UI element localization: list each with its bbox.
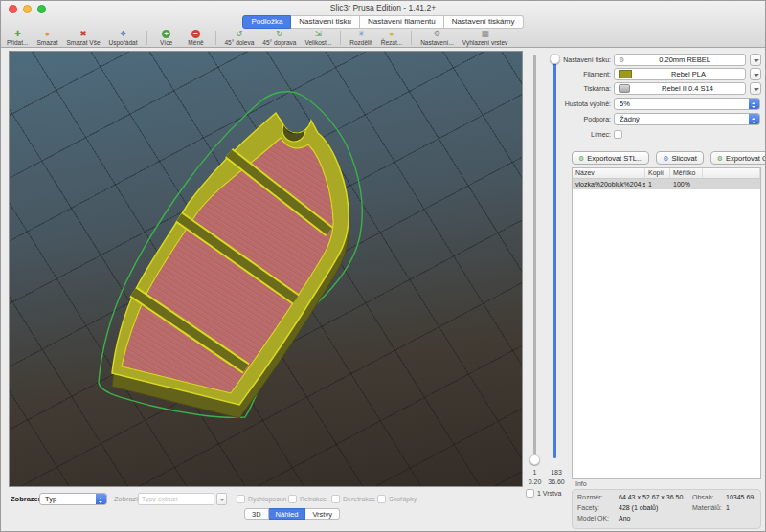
infill-density-select[interactable]: 5% [614,98,760,110]
gear-icon: ⚙ [717,155,723,162]
toolbar-separator [340,31,341,45]
toolbar-rotate-left-button[interactable]: ↺ 45° doleva [225,30,255,46]
cut-icon: ● [389,30,394,38]
toolbar-delete-button[interactable]: ● Smazat [36,30,57,46]
toolbar-layer-smoothing-button[interactable]: ▦ Vyhlazení vrstev [462,30,507,46]
model-corner-notch [282,119,305,142]
toolbar-delete-all-button[interactable]: ✖ Smazat Vše [66,30,100,46]
column-extra [703,168,760,178]
materials-label: Materiálů: [692,504,722,511]
toolbar-settings-button[interactable]: ⚙ Nastavení... [420,30,454,46]
checkbox-icon [237,495,245,503]
filament-label: Filament: [583,68,611,80]
popup-arrows-icon [96,494,106,504]
size-label: Rozměr: [577,494,602,500]
toolbar-add-button[interactable]: ✚ Přidat... [7,30,28,46]
add-icon: ✚ [14,30,21,38]
view-mode-segmented-control: 3D Náhled Vrstvy [244,508,340,520]
export-stl-button[interactable]: ⚙ Exportovat STL... [572,151,649,165]
unretractions-checkbox[interactable]: Deretrakce [331,493,375,505]
layer-slider-min-track[interactable] [533,55,536,462]
gear-icon: ⚙ [663,155,668,162]
column-copies[interactable]: Kopií [645,168,670,178]
shells-checkbox[interactable]: Skořápky [377,493,417,505]
facets-value: 428 (1 obalů) [619,504,658,511]
slice-button[interactable]: ⚙ Slicovat [656,151,704,165]
layer-slider-max-track[interactable] [553,58,556,458]
toolbar-separator [146,31,147,45]
volume-label: Obsah: [692,494,714,500]
column-scale[interactable]: Měřítko [670,168,703,178]
object-copies-cell: 1 [645,179,670,189]
print-settings-chevron-button[interactable] [750,54,761,66]
tab-nastaveni-tisku[interactable]: Nastavení tisku [291,15,360,29]
toolbar-cut-button[interactable]: ● Řezat... [381,30,402,46]
layer-slider-max-handle[interactable] [550,54,560,64]
layer-slider-gutter: 1 183 0.20 36.60 1 Vrstva [524,51,571,502]
viewport-3d-canvas[interactable] [9,51,523,487]
column-name[interactable]: Název [573,168,645,178]
tab-nastaveni-tiskarny[interactable]: Nastavení tiskárny [444,15,524,29]
layer-max-value: 183 [544,469,569,476]
window-title: Slic3r Prusa Edition - 1.41.2+ [1,3,765,12]
split-icon: ✳ [357,30,364,38]
filament-chevron-button[interactable] [750,68,761,80]
toolbar-separator [411,31,412,45]
export-gcode-button[interactable]: ⚙ Exportovat G-kód... [710,151,766,165]
toolbar-separator [215,31,216,45]
scale-icon: ⇲ [315,30,322,38]
checkbox-icon [331,495,340,503]
layer-max-z: 36.60 [544,478,569,485]
object-name-cell: vlozka%20obluk%204.stl [573,179,645,189]
support-label: Podpora: [584,113,611,125]
mode-3d-button[interactable]: 3D [244,508,269,520]
toolbar-rotate-right-button[interactable]: ↻ 45° doprava [262,30,296,46]
printer-combo[interactable]: Rebel II 0.4 S14 [614,82,746,95]
filament-swatch-icon [619,70,632,78]
arrange-icon: ❖ [120,30,127,38]
toolbar-scale-button[interactable]: ⇲ Velikost... [304,30,331,46]
table-header: Název Kopií Měřítko [573,168,760,179]
show-label: Zobrazit [114,493,140,505]
toolbar-more-button[interactable]: + Více [156,30,177,46]
fewer-icon: − [192,30,200,38]
popup-arrows-icon [749,99,759,109]
gear-icon: ⚙ [578,155,584,162]
layer-min-z: 0.20 [526,478,544,485]
checkbox-icon [288,495,297,503]
action-buttons: ⚙ Exportovat STL... ⚙ Slicovat ⚙ Exporto… [572,151,766,165]
print-settings-combo[interactable]: ⚙ 0.20mm REBEL [614,54,746,66]
mode-preview-button[interactable]: Náhled [269,508,306,520]
rotate-right-icon: ↻ [276,30,282,38]
brim-label: Límec: [591,128,611,141]
layer-slider-min-handle[interactable] [529,454,540,465]
tab-nastaveni-filamentu[interactable]: Nastavení filamentu [360,15,444,29]
support-select[interactable]: Žádný [614,113,760,125]
printer-chevron-button[interactable] [750,82,761,95]
brim-checkbox[interactable] [614,130,622,139]
object-list-table: Název Kopií Měřítko vlozka%20obluk%204.s… [572,167,761,479]
toolbar-split-button[interactable]: ✳ Rozdělit [349,30,372,46]
table-row[interactable]: vlozka%20obluk%204.stl 1 100% [573,179,760,189]
toolbar-arrange-button[interactable]: ❖ Uspořádat [109,30,138,46]
model-render [10,52,524,488]
model-ok-value: Ano [619,515,630,521]
extrusion-types-input[interactable] [138,493,214,505]
retractions-checkbox[interactable]: Retrakce [288,493,327,505]
print-settings-label: Nastavení tisku: [563,54,611,66]
title-bar: Slic3r Prusa Edition - 1.41.2+ [1,1,765,15]
materials-value: 1 [726,504,730,511]
infill-density-label: Hustota výplně: [565,98,611,110]
view-type-select[interactable]: Typ [39,493,107,505]
info-box: Rozměr: 64.43 x 52.67 x 36.50 Obsah: 103… [572,489,761,529]
extrusion-types-chevron-button[interactable] [216,493,227,505]
filament-combo[interactable]: Rebel PLA [614,68,746,80]
single-layer-checkbox[interactable]: 1 Vrstva [526,489,561,498]
info-title: Info [575,480,587,487]
toolbar-fewer-button[interactable]: − Méně [186,30,207,46]
tab-podlozka[interactable]: Podložka [242,15,291,29]
printer-icon [619,84,630,93]
mode-layers-button[interactable]: Vrstvy [305,508,340,520]
travel-checkbox[interactable]: Rychloposun [237,493,286,505]
size-value: 64.43 x 52.67 x 36.50 [619,494,683,500]
